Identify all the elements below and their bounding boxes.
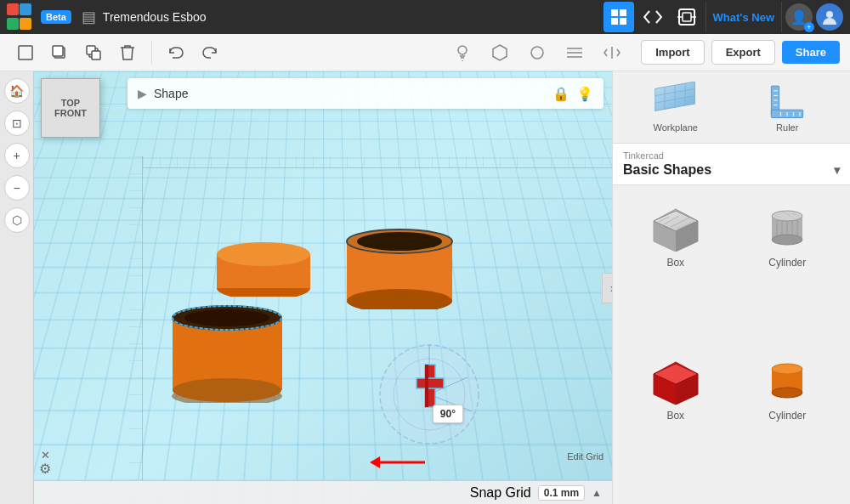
svg-marker-16 <box>493 45 507 60</box>
perspective-button[interactable]: ⬡ <box>4 207 30 233</box>
red-arrow <box>361 445 429 483</box>
lock-icon[interactable]: 🔒 <box>552 86 570 102</box>
project-name[interactable]: Tremendous Esboo <box>103 10 597 24</box>
workplane-label: Workplane <box>654 122 698 133</box>
svg-rect-2 <box>611 18 618 25</box>
settings-gear-icon[interactable]: ⚙ <box>39 461 51 477</box>
shapes-selector: Tinkercad Basic Shapes ▾ <box>613 144 850 185</box>
view-front-label: FRONT <box>54 108 87 118</box>
export-button[interactable]: Export <box>711 40 775 65</box>
logo-cell-k <box>20 18 31 30</box>
snap-grid-bar: Snap Grid 0.1 mm ▲ <box>34 480 612 504</box>
svg-rect-3 <box>620 18 626 25</box>
snap-grid-chevron[interactable]: ▲ <box>592 487 602 499</box>
right-panel: Workplane <box>612 71 850 504</box>
flip-button[interactable] <box>597 37 627 68</box>
svg-point-27 <box>357 232 442 251</box>
shape-preview-cylinder-orange <box>753 355 821 406</box>
align-button[interactable] <box>559 37 590 68</box>
code-view-button[interactable] <box>638 2 668 32</box>
shapes-name: Basic Shapes <box>623 162 711 178</box>
share-button[interactable]: Share <box>782 41 840 64</box>
view-top-label: TOP <box>61 98 80 108</box>
shape-preview-box-red <box>642 355 710 406</box>
workplane-icon <box>652 82 700 119</box>
shape-preview-box-gray <box>642 202 710 253</box>
zoom-in-button[interactable]: + <box>4 143 30 168</box>
fit-view-button[interactable]: ⊡ <box>4 110 30 136</box>
close-rotation-button[interactable]: ✕ <box>41 449 50 462</box>
copy-button[interactable] <box>44 37 75 68</box>
view-cube[interactable]: TOP FRONT <box>41 78 117 155</box>
svg-point-15 <box>458 46 467 54</box>
canvas-ruler-h <box>143 156 612 168</box>
chevron-down-icon: ▾ <box>834 163 840 177</box>
grid-view-button[interactable] <box>604 2 634 32</box>
shape-box-red-label: Box <box>666 410 684 422</box>
whats-new-button[interactable]: What's New <box>706 2 782 32</box>
hexagon-button[interactable] <box>484 37 515 68</box>
toolbar: Import Export Share <box>0 34 850 71</box>
workplane-tool[interactable]: Workplane <box>652 82 700 133</box>
svg-point-88 <box>772 388 802 398</box>
svg-marker-45 <box>370 456 380 468</box>
shape-item-box-gray[interactable]: Box <box>623 195 728 342</box>
svg-rect-42 <box>416 378 444 388</box>
svg-point-32 <box>184 309 269 326</box>
new-button[interactable] <box>10 37 41 68</box>
logo-cell-t <box>7 3 19 15</box>
svg-point-34 <box>173 378 281 402</box>
shape-item-cylinder-gray[interactable]: Cylinder <box>735 195 841 342</box>
cylinder-front[interactable] <box>166 292 289 406</box>
grid-overlay <box>34 71 612 504</box>
duplicate-button[interactable] <box>78 37 109 68</box>
left-panel: 🏠 ⊡ + − ⬡ <box>0 71 34 504</box>
undo-button[interactable] <box>161 37 191 68</box>
ruler-tool[interactable]: Ruler <box>763 82 811 133</box>
panel-collapse-button[interactable]: › <box>602 273 612 303</box>
snap-grid-label: Snap Grid <box>470 485 531 501</box>
svg-rect-0 <box>611 9 618 16</box>
cylinder-back-left[interactable] <box>212 229 314 300</box>
tinkercad-logo[interactable] <box>7 3 34 31</box>
bulb-button[interactable] <box>447 37 478 68</box>
shape-item-box-red[interactable]: Box <box>623 348 728 495</box>
view-cube-inner[interactable]: TOP FRONT <box>41 78 100 138</box>
lightbulb-icon[interactable]: 💡 <box>576 86 593 102</box>
add-user-button[interactable]: 👤 + <box>785 3 813 31</box>
shape-label: Shape <box>154 87 546 100</box>
circuit-view-button[interactable] <box>672 2 702 32</box>
shape-panel: ▶ Shape 🔒 💡 <box>128 78 604 109</box>
shapes-dropdown[interactable]: Basic Shapes ▾ <box>623 162 840 178</box>
rotation-indicator[interactable] <box>374 339 484 453</box>
canvas-area[interactable]: TOP FRONT ▶ Shape 🔒 💡 <box>34 71 612 504</box>
canvas-ruler-v <box>129 156 143 480</box>
svg-rect-43 <box>425 365 428 407</box>
svg-rect-9 <box>19 46 32 59</box>
circle-button[interactable] <box>522 37 552 68</box>
zoom-out-button[interactable]: − <box>4 175 30 201</box>
svg-point-89 <box>772 364 802 374</box>
logo-cell-i <box>20 3 31 15</box>
shape-box-gray-label: Box <box>666 257 684 269</box>
shape-item-cylinder-orange[interactable]: Cylinder <box>735 348 841 495</box>
cylinder-right[interactable] <box>340 207 459 313</box>
header-right: What's New 👤 + <box>604 2 843 32</box>
svg-point-17 <box>531 47 543 59</box>
snap-grid-value[interactable]: 0.1 mm <box>538 485 585 501</box>
document-icon: ▤ <box>82 8 96 26</box>
redo-button[interactable] <box>195 37 225 68</box>
ruler-icon <box>763 82 811 119</box>
svg-rect-1 <box>620 9 626 16</box>
collapse-shape-icon[interactable]: ▶ <box>138 87 147 100</box>
add-badge: + <box>804 22 814 32</box>
shape-cylinder-orange-label: Cylinder <box>768 410 806 422</box>
import-button[interactable]: Import <box>641 40 704 65</box>
edit-grid-label[interactable]: Edit Grid <box>567 451 604 462</box>
delete-button[interactable] <box>112 37 143 68</box>
shape-panel-icons: 🔒 💡 <box>552 86 593 102</box>
svg-rect-5 <box>683 13 691 21</box>
svg-rect-14 <box>92 51 100 59</box>
home-view-button[interactable]: 🏠 <box>4 78 30 104</box>
user-avatar-button[interactable] <box>816 3 843 31</box>
